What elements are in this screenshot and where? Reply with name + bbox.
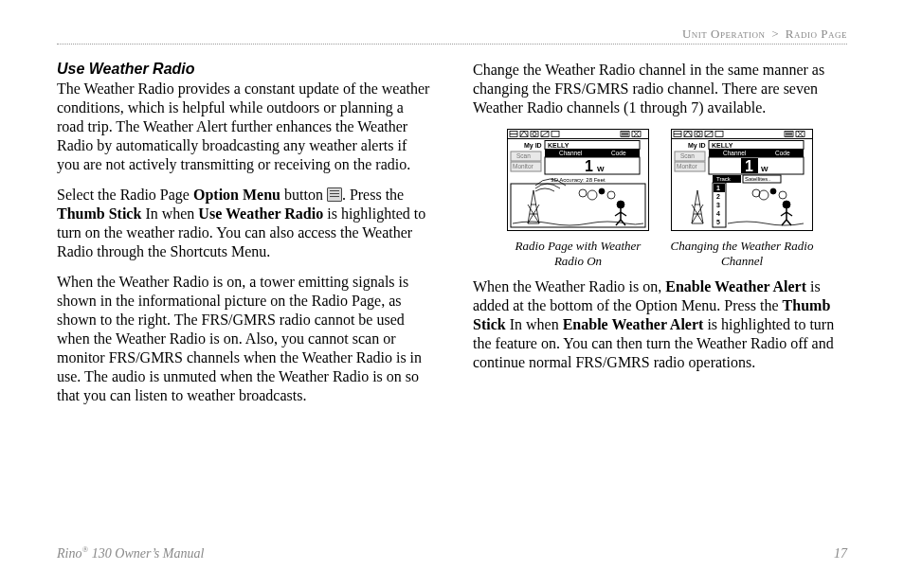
figure-right: My ID KELLY Channel Code 1 W (669, 129, 816, 268)
breadcrumb-separator: > (771, 27, 779, 41)
svg-text:Monitor: Monitor (677, 163, 698, 169)
right-paragraph-2: When the Weather Radio is on, Enable Wea… (473, 277, 847, 372)
svg-point-26 (599, 188, 605, 194)
content-columns: Use Weather Radio The Weather Radio prov… (57, 61, 847, 417)
breadcrumb: Unit Operation > Radio Page (57, 27, 847, 42)
manual-page: Unit Operation > Radio Page Use Weather … (0, 0, 904, 588)
right-paragraph-1: Change the Weather Radio channel in the … (473, 61, 847, 117)
device-screen-weather-on: My ID KELLY Channel Code 1 W (507, 129, 649, 231)
left-paragraph-1: The Weather Radio provides a constant up… (57, 80, 431, 174)
svg-point-29 (617, 201, 624, 208)
left-paragraph-3: When the Weather Radio is on, a tower em… (57, 273, 431, 405)
breadcrumb-section: Unit Operation (682, 27, 766, 41)
svg-text:1: 1 (585, 158, 593, 174)
svg-point-69 (783, 201, 790, 208)
figure-right-caption: Changing the Weather Radio Channel (669, 239, 816, 268)
bold-enable-weather-alert: Enable Weather Alert (665, 278, 806, 294)
svg-text:Code: Code (775, 150, 790, 156)
svg-text:3D Accuracy: 28 Feet: 3D Accuracy: 28 Feet (551, 177, 606, 183)
bold-use-weather-radio: Use Weather Radio (198, 205, 323, 222)
svg-text:KELLY: KELLY (712, 142, 733, 149)
svg-text:5: 5 (716, 219, 720, 225)
section-title: Use Weather Radio (57, 61, 431, 78)
option-menu-icon (327, 187, 342, 202)
text-run: In when (141, 205, 198, 222)
device-screen-change-channel: My ID KELLY Channel Code 1 W (671, 129, 813, 231)
bold-enable-weather-alert-2: Enable Weather Alert (563, 316, 704, 332)
bold-thumb-stick: Thumb Stick (57, 205, 141, 222)
svg-text:Channel: Channel (559, 150, 583, 156)
svg-text:1: 1 (716, 185, 720, 191)
svg-text:W: W (597, 165, 605, 173)
svg-text:My ID: My ID (688, 142, 706, 150)
svg-text:Channel: Channel (723, 150, 747, 156)
svg-text:W: W (761, 165, 768, 173)
figure-left-caption: Radio Page with Weather Radio On (505, 239, 652, 268)
page-number: 17 (834, 546, 847, 561)
text-run: Rino (57, 546, 81, 561)
left-column: Use Weather Radio The Weather Radio prov… (57, 61, 431, 417)
text-run: Select the Radio Page (57, 187, 193, 203)
svg-text:Monitor: Monitor (513, 163, 534, 169)
right-column: Change the Weather Radio channel in the … (473, 61, 847, 417)
text-run: . Press the (342, 187, 404, 203)
header-rule (57, 44, 847, 45)
text-run: button (280, 187, 327, 203)
figure-row: My ID KELLY Channel Code 1 W (473, 129, 847, 268)
svg-text:Track: Track (716, 176, 732, 182)
figure-left: My ID KELLY Channel Code 1 W (505, 129, 652, 268)
left-paragraph-2: Select the Radio Page Option Menu button… (57, 186, 431, 261)
breadcrumb-page: Radio Page (786, 27, 847, 41)
svg-text:1: 1 (745, 158, 753, 174)
svg-text:My ID: My ID (524, 142, 542, 150)
text-run: When the Weather Radio is on, (473, 278, 665, 294)
svg-text:3: 3 (716, 202, 720, 208)
svg-text:4: 4 (716, 210, 720, 217)
svg-text:Scan: Scan (516, 152, 531, 159)
svg-text:KELLY: KELLY (548, 142, 570, 149)
page-footer: Rino® 130 Owner’s Manual 17 (57, 544, 847, 561)
text-run: 130 Owner’s Manual (88, 546, 204, 561)
manual-title: Rino® 130 Owner’s Manual (57, 544, 204, 561)
svg-point-66 (770, 188, 776, 194)
svg-text:Satellites..: Satellites.. (745, 176, 771, 182)
svg-text:Code: Code (611, 150, 626, 156)
svg-text:2: 2 (716, 193, 720, 200)
text-run: In when (506, 316, 563, 332)
bold-option-menu: Option Menu (193, 187, 280, 203)
svg-text:Scan: Scan (680, 152, 695, 159)
